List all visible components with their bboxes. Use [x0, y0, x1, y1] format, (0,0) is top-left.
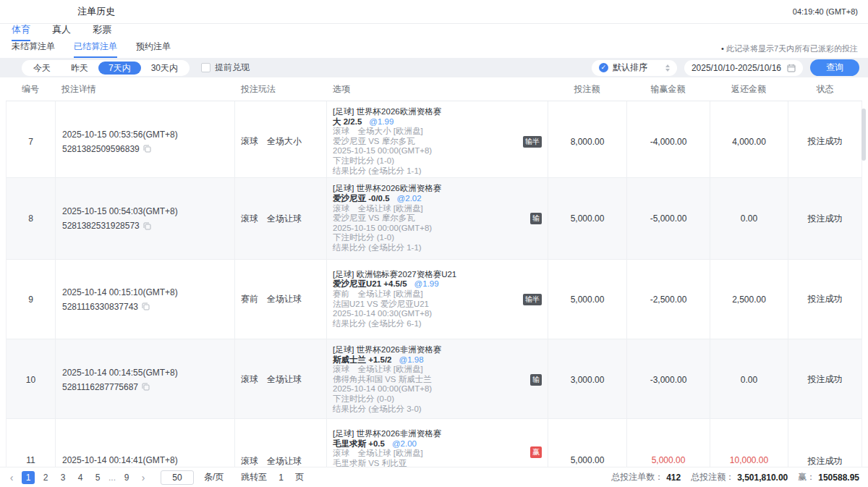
result-badge: 输半 — [523, 294, 542, 305]
bet-amount: 5,000.00 — [548, 419, 627, 467]
check-circle-icon: ✓ — [599, 63, 608, 72]
col-header-winloss: 输赢金额 — [626, 83, 710, 96]
filter-right-group: ✓ 默认排序 2025/10/10-2025/10/16 查询 — [592, 59, 859, 76]
total-bet-amount: 总投注额： 3,501,810.00 — [691, 471, 788, 483]
market-text: 滚球 全场让球 [欧洲盘] — [333, 365, 519, 375]
refund-amount: 4,000.00 — [710, 101, 788, 182]
jump-to-label: 跳转至 — [241, 471, 267, 483]
sub-tabs: 未结算注单 已结算注单 预约注单 •此记录将显示7天内所有已派彩的投注 — [0, 41, 868, 58]
status-text: 投注成功 — [788, 419, 861, 467]
row-id: 7 — [7, 101, 56, 182]
order-number: 5281382531928573 — [62, 221, 140, 231]
order-number: 5281382509596839 — [62, 144, 140, 154]
winloss-amount: -5,000.00 — [627, 178, 710, 259]
refund-amount: 2,500.00 — [710, 260, 788, 339]
bet-time: 2025-10-15 00:53:56(GMT+8) — [62, 130, 234, 140]
winloss-amount: -2,500.00 — [627, 260, 710, 339]
page-5[interactable]: 5 — [91, 471, 104, 484]
scrollbar-thumb[interactable] — [861, 109, 866, 161]
copy-icon[interactable] — [142, 302, 150, 310]
page-unit-label: 页 — [295, 471, 304, 483]
result-text: 结果比分 (全场比分 1-1) — [333, 166, 519, 177]
col-header-play: 投注玩法 — [234, 83, 326, 96]
sort-selected-label: 默认排序 — [613, 62, 647, 74]
bet-detail-cell: 2025-10-15 00:53:56(GMT+8) 5281382509596… — [56, 101, 235, 182]
bet-amount: 8,000.00 — [548, 101, 627, 182]
bottom-bar: ‹ 1 2 3 4 5 ... 9 › 条/页 跳转至 1 页 总投注单数： 4… — [0, 467, 868, 487]
status-text: 投注成功 — [788, 339, 861, 420]
copy-icon[interactable] — [143, 222, 151, 230]
tab-lottery[interactable]: 彩票 — [93, 23, 111, 41]
order-number: 5281116330837743 — [62, 302, 138, 312]
date-range-picker[interactable]: 2025/10/10-2025/10/16 — [684, 60, 803, 76]
page-1[interactable]: 1 — [22, 471, 35, 484]
bet-score-text: 下注时比分 (1-0) — [333, 156, 519, 166]
page-9[interactable]: 9 — [120, 471, 133, 484]
next-page-icon[interactable]: › — [137, 472, 149, 483]
match-time-text: 2025-10-14 00:00(GMT+8) — [333, 384, 519, 394]
table-header: 编号 投注详情 投注玩法 选项 投注额 输赢金额 返还金额 状态 — [6, 77, 862, 101]
prev-page-icon[interactable]: ‹ — [6, 472, 17, 483]
selection-cell: [足球] 世界杯2026非洲资格赛 斯威士兰 +1.5/2@1.98 滚球 全场… — [327, 339, 548, 420]
status-text: 投注成功 — [788, 260, 861, 339]
play-type: 赛前 全场让球 — [235, 260, 327, 339]
copy-icon[interactable] — [143, 145, 151, 153]
total-bets-count: 总投注单数： 412 — [611, 471, 681, 483]
page-3[interactable]: 3 — [56, 471, 69, 484]
match-text: 毛里求斯 VS 利比亚 — [333, 459, 519, 467]
league-text: [足球] 世界杯2026非洲资格赛 — [333, 429, 519, 439]
league-text: [足球] 欧洲锦标赛2027资格赛U21 — [333, 270, 519, 280]
filter-7days[interactable]: 7天内 — [98, 62, 141, 75]
bet-amount: 5,000.00 — [548, 260, 627, 339]
page-4[interactable]: 4 — [74, 471, 87, 484]
checkbox-icon[interactable] — [201, 63, 210, 72]
sort-arrows-icon — [665, 64, 670, 72]
bet-time: 2025-10-14 00:15:10(GMT+8) — [62, 287, 234, 297]
match-text: 法国U21 VS 爱沙尼亚U21 — [333, 300, 519, 310]
status-text: 投注成功 — [788, 101, 861, 182]
page-size-input[interactable] — [161, 470, 194, 485]
selection-cell: [足球] 世界杯2026欧洲资格赛 大 2/2.5@1.99 滚球 全场大小 [… — [327, 101, 548, 182]
page-2[interactable]: 2 — [39, 471, 52, 484]
result-text: 结果比分 (全场比分 3-0) — [333, 405, 519, 415]
status-text: 投注成功 — [788, 178, 861, 259]
winloss-amount: -4,000.00 — [627, 101, 710, 182]
tab-reserved[interactable]: 预约注单 — [136, 41, 171, 58]
table-row: 9 2025-10-14 00:15:10(GMT+8) 52811163308… — [7, 260, 861, 339]
filter-bar: 今天 昨天 7天内 30天内 提前兑现 ✓ 默认排序 2025/10/10-20… — [0, 58, 868, 77]
row-id: 10 — [7, 339, 56, 420]
market-text: 滚球 全场让球 [欧洲盘] — [333, 449, 519, 459]
bet-score-text: 下注时比分 (1-0) — [333, 233, 519, 243]
odds-text: @2.00 — [392, 439, 417, 448]
jump-page-value[interactable]: 1 — [278, 473, 284, 483]
play-type: 滚球 全场大小 — [235, 101, 327, 182]
copy-icon[interactable] — [142, 383, 150, 391]
match-time-text: 2025-10-14 00:30(GMT+8) — [333, 309, 519, 319]
pick-text: 大 2/2.5@1.99 — [333, 117, 519, 127]
tab-live[interactable]: 真人 — [52, 23, 71, 41]
filter-today[interactable]: 今天 — [23, 62, 61, 75]
pick-text: 毛里求斯 +0.5@2.00 — [333, 439, 519, 449]
bet-time: 2025-10-14 00:14:55(GMT+8) — [62, 368, 234, 378]
odds-text: @1.98 — [399, 355, 424, 364]
tab-settled[interactable]: 已结算注单 — [74, 41, 117, 58]
league-text: [足球] 世界杯2026非洲资格赛 — [333, 345, 519, 355]
early-cashout-filter[interactable]: 提前兑现 — [201, 62, 250, 74]
row-id: 11 — [7, 419, 56, 467]
filter-yesterday[interactable]: 昨天 — [61, 62, 98, 75]
bet-history-page: 注单历史 04:19:40 (GMT+8) 体育 真人 彩票 未结算注单 已结算… — [0, 0, 868, 487]
search-button[interactable]: 查询 — [810, 59, 859, 76]
col-header-amount: 投注额 — [548, 83, 626, 96]
match-time-text: 2025-10-15 00:00(GMT+8) — [333, 146, 519, 156]
result-badge: 赢 — [530, 446, 542, 458]
pick-text: 斯威士兰 +1.5/2@1.98 — [333, 355, 519, 365]
tab-sports[interactable]: 体育 — [12, 23, 30, 41]
sort-select[interactable]: ✓ 默认排序 — [592, 60, 677, 76]
tab-unsettled[interactable]: 未结算注单 — [12, 41, 55, 58]
date-quick-filter: 今天 昨天 7天内 30天内 — [22, 60, 190, 76]
filter-30days[interactable]: 30天内 — [141, 62, 188, 75]
selection-cell: [足球] 世界杯2026欧洲资格赛 爱沙尼亚 -0/0.5@2.02 滚球 全场… — [327, 178, 548, 259]
result-badge: 输 — [530, 213, 542, 224]
bet-time: 2025-10-14 00:14:41(GMT+8) — [62, 455, 234, 465]
row-id: 8 — [7, 178, 56, 259]
